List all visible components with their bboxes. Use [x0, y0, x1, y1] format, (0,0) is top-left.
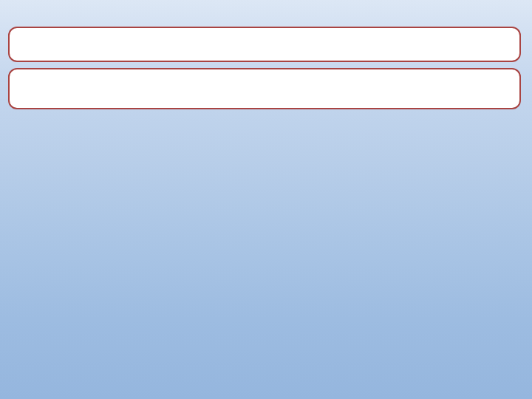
rounded-box-2	[8, 68, 521, 109]
rounded-box-1	[8, 27, 521, 62]
